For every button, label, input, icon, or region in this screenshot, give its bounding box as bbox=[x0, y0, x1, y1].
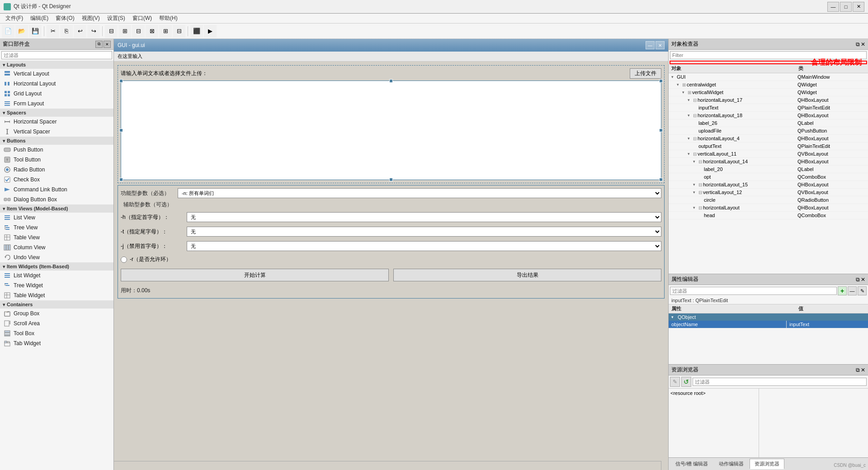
handle-tr[interactable] bbox=[659, 79, 663, 83]
wb-item-horizontal-layout[interactable]: Horizontal Layout bbox=[0, 79, 113, 89]
section-spacers[interactable]: ▾ Spacers bbox=[0, 109, 113, 117]
obj-row-inputtext[interactable]: ▸ inputText QPlainTextEdit bbox=[669, 104, 868, 112]
cut-button[interactable]: ✂ bbox=[47, 25, 59, 38]
resource-edit-btn[interactable]: ✎ bbox=[670, 377, 680, 387]
menu-window[interactable]: 窗口(W) bbox=[129, 14, 156, 23]
obj-row-hl4[interactable]: ▾ ⊟ horizontalLayout_4 QHBoxLayout bbox=[669, 135, 868, 142]
section-item-views[interactable]: ▾ Item Views (Model-Based) bbox=[0, 204, 113, 213]
obj-row-hl15[interactable]: ▾ ⊟ horizontalLayout_15 QHBoxLayout bbox=[669, 181, 868, 189]
prop-add-btn[interactable]: + bbox=[838, 286, 847, 295]
arrow-gui[interactable]: ▾ bbox=[671, 75, 676, 79]
copy-button[interactable]: ⎘ bbox=[60, 25, 73, 38]
wb-item-h-spacer[interactable]: Horizontal Spacer bbox=[0, 117, 113, 127]
obj-row-hl14[interactable]: ▾ ⊟ horizontalLayout_14 QHBoxLayout bbox=[669, 158, 868, 166]
tab-action-editor[interactable]: 动作编辑器 bbox=[714, 459, 749, 469]
layout6-button[interactable]: ⊟ bbox=[173, 25, 185, 38]
save-button[interactable]: 💾 bbox=[29, 25, 42, 38]
gui-min-btn[interactable]: — bbox=[646, 41, 655, 49]
prop-editor-close-btn[interactable]: ✕ bbox=[861, 276, 865, 283]
obj-inspector-float-btn[interactable]: ⧉ bbox=[856, 41, 860, 47]
obj-row-outputtext[interactable]: ▸ outputText QPlainTextEdit bbox=[669, 142, 868, 150]
section-item-widgets[interactable]: ▾ Item Widgets (Item-Based) bbox=[0, 262, 113, 271]
undo-button[interactable]: ↩ bbox=[74, 25, 86, 38]
wb-item-grid-layout[interactable]: Grid Layout bbox=[0, 89, 113, 99]
export-btn[interactable]: 导出结果 bbox=[393, 269, 661, 281]
upload-btn[interactable]: 上传文件 bbox=[630, 68, 661, 79]
obj-row-circle[interactable]: ▸ circle QRadioButton bbox=[669, 196, 868, 204]
wb-item-undo-view[interactable]: Undo View bbox=[0, 252, 113, 262]
gui-close-btn[interactable]: ✕ bbox=[656, 41, 665, 49]
obj-row-gui[interactable]: ▾ GUI QMainWindow bbox=[669, 73, 868, 81]
obj-row-label20[interactable]: ▸ label_20 QLabel bbox=[669, 166, 868, 173]
tab-signal-slot[interactable]: 信号/槽 编辑器 bbox=[670, 459, 713, 469]
obj-row-uploadfile[interactable]: ▸ uploadFile QPushButton bbox=[669, 127, 868, 135]
wb-item-column-view[interactable]: Column View bbox=[0, 242, 113, 252]
wb-item-dialog-button-box[interactable]: Dialog Button Box bbox=[0, 195, 113, 204]
obj-inspector-close-btn[interactable]: ✕ bbox=[861, 41, 865, 47]
menu-help[interactable]: 帮助(H) bbox=[156, 14, 181, 23]
menu-settings[interactable]: 设置(S) bbox=[104, 14, 129, 23]
tab-resource-browser[interactable]: 资源浏览器 bbox=[750, 459, 784, 469]
menu-edit[interactable]: 编辑(E) bbox=[27, 14, 52, 23]
obj-row-centralwidget[interactable]: ▾ ⊞ centralwidget QWidget bbox=[669, 81, 868, 89]
wb-item-tree-view[interactable]: Tree View bbox=[0, 223, 113, 233]
wb-item-radio-button[interactable]: Radio Button bbox=[0, 165, 113, 175]
obj-row-opt[interactable]: ▸ opt QComboBox bbox=[669, 173, 868, 181]
prop-editor-float-btn[interactable]: ⧉ bbox=[856, 276, 860, 283]
minimize-button[interactable]: — bbox=[827, 2, 839, 12]
wb-item-scroll-area[interactable]: Scroll Area bbox=[0, 318, 113, 328]
wb-item-list-view[interactable]: List View bbox=[0, 213, 113, 223]
preview-button[interactable]: ▶ bbox=[204, 25, 217, 38]
prop-remove-btn[interactable]: — bbox=[848, 286, 857, 295]
resource-browser-float-btn[interactable]: ⧉ bbox=[856, 367, 860, 373]
stop-button[interactable]: ⬛ bbox=[190, 25, 203, 38]
section-buttons[interactable]: ▾ Buttons bbox=[0, 137, 113, 145]
required-param-select[interactable]: -n: 所有单词们 bbox=[178, 188, 661, 198]
obj-row-verticalwidget[interactable]: ▾ ⊞ verticalWidget QWidget bbox=[669, 89, 868, 96]
handle-bm[interactable] bbox=[389, 178, 393, 181]
prop-edit-btn[interactable]: ✎ bbox=[858, 286, 867, 295]
open-button[interactable]: 📂 bbox=[15, 25, 28, 38]
param-j-select[interactable]: 无 bbox=[187, 241, 661, 251]
layout1-button[interactable]: ⊟ bbox=[105, 25, 118, 38]
prop-row-objectname[interactable]: objectName inputText bbox=[669, 321, 868, 328]
widget-box-float-btn[interactable]: ⧉ bbox=[95, 41, 103, 48]
widget-filter-input[interactable] bbox=[1, 51, 112, 59]
wb-item-push-button[interactable]: Push Button bbox=[0, 145, 113, 155]
prop-section-qobject[interactable]: ▾ QObject bbox=[669, 313, 868, 321]
param-h-select[interactable]: 无 bbox=[187, 212, 661, 222]
wb-item-tool-button[interactable]: T Tool Button bbox=[0, 155, 113, 165]
h-scrollbar[interactable] bbox=[114, 461, 661, 470]
handle-mr[interactable] bbox=[659, 128, 663, 132]
param-t-select[interactable]: 无 bbox=[187, 227, 661, 237]
menu-file[interactable]: 文件(F) bbox=[2, 14, 27, 23]
obj-row-vl11[interactable]: ▾ ⊟ verticalLayout_11 QVBoxLayout bbox=[669, 150, 868, 158]
wb-item-tab-widget[interactable]: Tab Widget bbox=[0, 338, 113, 348]
redo-button[interactable]: ↪ bbox=[87, 25, 100, 38]
obj-row-label26[interactable]: ▸ label_26 QLabel bbox=[669, 119, 868, 127]
new-button[interactable]: 📄 bbox=[2, 25, 14, 38]
obj-row-hl[interactable]: ▾ ⊟ horizontalLayout QHBoxLayout bbox=[669, 204, 868, 212]
obj-row-hl18[interactable]: ▾ ⊟ horizontalLayout_18 QHBoxLayout bbox=[669, 112, 868, 119]
wb-item-check-box[interactable]: Check Box bbox=[0, 175, 113, 185]
param-r-radio[interactable] bbox=[121, 256, 127, 263]
obj-row-hl17[interactable]: ▾ ⊟ horizontalLayout_17 QHBoxLayout bbox=[669, 96, 868, 104]
layout5-button[interactable]: ⊞ bbox=[159, 25, 172, 38]
wb-item-table-view[interactable]: Table View bbox=[0, 233, 113, 242]
start-btn[interactable]: 开始计算 bbox=[121, 269, 389, 281]
handle-bl[interactable] bbox=[119, 178, 123, 181]
widget-box-close-btn[interactable]: ✕ bbox=[104, 41, 111, 48]
resource-refresh-btn[interactable]: ↺ bbox=[681, 377, 691, 387]
menu-view[interactable]: 视图(V) bbox=[78, 14, 104, 23]
wb-item-vertical-layout[interactable]: Vertical Layout bbox=[0, 69, 113, 79]
wb-item-group-box[interactable]: GB Group Box bbox=[0, 309, 113, 318]
prop-filter-input[interactable] bbox=[670, 287, 837, 295]
menu-form[interactable]: 窗体(O) bbox=[52, 14, 78, 23]
section-containers[interactable]: ▾ Containers bbox=[0, 300, 113, 309]
layout4-button[interactable]: ⊠ bbox=[146, 25, 158, 38]
wb-item-v-spacer[interactable]: Vertical Spacer bbox=[0, 127, 113, 137]
handle-ml[interactable] bbox=[119, 128, 123, 132]
wb-item-tree-widget[interactable]: Tree Widget bbox=[0, 280, 113, 290]
resource-filter-input[interactable] bbox=[693, 378, 867, 386]
obj-row-head[interactable]: ▸ head QComboBox bbox=[669, 212, 868, 219]
